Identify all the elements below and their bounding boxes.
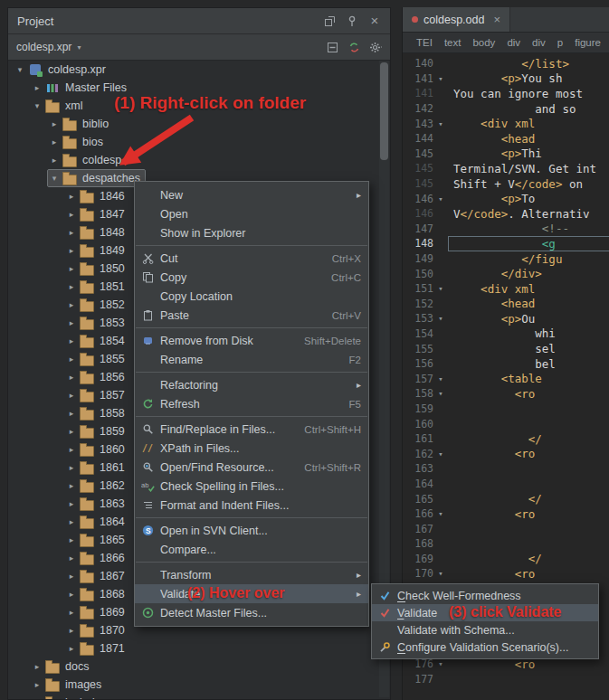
code-line[interactable]: 177	[403, 671, 609, 686]
tree-collapsed-arrow-icon[interactable]: ▸	[65, 300, 78, 309]
fold-toggle-icon[interactable]: ▾	[433, 509, 448, 518]
code-line[interactable]: 141You can ignore most	[403, 86, 609, 101]
code-line[interactable]: 148 <g	[403, 236, 609, 251]
tree-item-images[interactable]: ▸images	[8, 676, 390, 694]
menu-item-new[interactable]: New▸	[135, 185, 368, 204]
menu-item-remove-from-disk[interactable]: Remove from DiskShift+Delete	[135, 331, 368, 350]
code-line[interactable]: 153▾ <p>Ou	[403, 311, 609, 326]
fold-toggle-icon[interactable]: ▾	[433, 449, 448, 459]
tree-scrollbar-thumb[interactable]	[380, 62, 388, 160]
menu-item-copy[interactable]: CopyCtrl+C	[135, 268, 368, 287]
tree-collapsed-arrow-icon[interactable]: ▸	[65, 355, 78, 364]
code-line[interactable]: 157▾ <table	[403, 371, 609, 386]
menu-item-detect-master-files[interactable]: Detect Master Files...	[135, 603, 368, 622]
menu-item-refresh[interactable]: RefreshF5	[135, 394, 368, 413]
code-line[interactable]: 165 </	[403, 491, 609, 506]
code-line[interactable]: 164	[403, 477, 609, 492]
tree-collapsed-arrow-icon[interactable]: ▸	[65, 644, 78, 653]
code-line[interactable]: 170▾ <ro	[403, 566, 609, 582]
breadcrumb-item-div[interactable]: div	[507, 37, 520, 48]
tree-collapsed-arrow-icon[interactable]: ▸	[65, 481, 78, 490]
tree-collapsed-arrow-icon[interactable]: ▸	[65, 608, 78, 617]
breadcrumb-item-body[interactable]: body	[472, 37, 495, 48]
tree-collapsed-arrow-icon[interactable]: ▸	[31, 698, 43, 699]
code-line[interactable]: 159	[403, 402, 609, 417]
float-window-icon[interactable]	[323, 14, 336, 27]
menu-item-check-spelling-in-files[interactable]: abCheck Spelling in Files...	[135, 477, 368, 496]
tree-expanded-arrow-icon[interactable]: ▾	[31, 101, 43, 110]
code-line[interactable]: 166▾ <ro	[403, 506, 609, 522]
tree-collapsed-arrow-icon[interactable]: ▸	[65, 228, 78, 237]
tree-collapsed-arrow-icon[interactable]: ▸	[65, 445, 78, 454]
tree-collapsed-arrow-icon[interactable]: ▸	[65, 553, 78, 563]
code-line[interactable]: 146▾ <p>To	[403, 191, 609, 206]
tree-collapsed-arrow-icon[interactable]: ▸	[65, 535, 78, 544]
tree-collapsed-arrow-icon[interactable]: ▸	[65, 626, 78, 635]
code-line[interactable]: 151▾ <div xml	[403, 281, 609, 297]
code-line[interactable]: 143▾ <div xml	[403, 116, 609, 131]
code-line[interactable]: 156 bel	[403, 356, 609, 372]
menu-item-format-and-indent-files[interactable]: Format and Indent Files...	[135, 496, 368, 515]
menu-item-open-find-resource[interactable]: Open/Find Resource...Ctrl+Shift+R	[135, 458, 368, 477]
tree-collapsed-arrow-icon[interactable]: ▸	[65, 318, 78, 327]
fold-toggle-icon[interactable]: ▾	[433, 119, 448, 128]
tree-collapsed-arrow-icon[interactable]: ▸	[65, 517, 78, 526]
tree-collapsed-arrow-icon[interactable]: ▸	[48, 156, 61, 165]
tree-collapsed-arrow-icon[interactable]: ▸	[65, 463, 78, 472]
code-line[interactable]: 142 and so	[403, 101, 609, 117]
tree-collapsed-arrow-icon[interactable]: ▸	[65, 246, 78, 255]
tree-expanded-arrow-icon[interactable]: ▾	[48, 174, 61, 183]
menu-item-cut[interactable]: CutCtrl+X	[135, 249, 368, 268]
breadcrumb-item-div[interactable]: div	[532, 37, 546, 48]
code-line[interactable]: 158▾ <ro	[403, 386, 609, 402]
code-line[interactable]: 145 <p>Thi	[403, 147, 609, 162]
tree-collapsed-arrow-icon[interactable]: ▸	[65, 391, 78, 400]
tree-collapsed-arrow-icon[interactable]: ▸	[65, 336, 78, 345]
code-line[interactable]: 141▾ <p>You sh	[403, 71, 609, 87]
tab-close-icon[interactable]: ×	[493, 13, 500, 26]
tree-collapsed-arrow-icon[interactable]: ▸	[65, 373, 78, 382]
tree-item-includes[interactable]: ▸includes	[8, 694, 390, 699]
code-line[interactable]: 150 </div>	[403, 266, 609, 281]
code-line[interactable]: 147 <!--	[403, 222, 609, 237]
breadcrumb-item-p[interactable]: p	[557, 37, 563, 48]
code-line[interactable]: 160	[403, 416, 609, 431]
tree-collapsed-arrow-icon[interactable]: ▸	[65, 590, 78, 599]
fold-toggle-icon[interactable]: ▾	[433, 194, 448, 203]
code-line[interactable]: 154 whi	[403, 326, 609, 342]
menu-item-compare[interactable]: Compare...	[135, 540, 368, 559]
menu-item-copy-location[interactable]: Copy Location	[135, 287, 368, 306]
menu-item-rename[interactable]: RenameF2	[135, 350, 368, 369]
pin-icon[interactable]	[346, 14, 358, 27]
editor-tab-coldesp-odd[interactable]: coldesp.odd ×	[403, 7, 510, 32]
breadcrumb-item-figure[interactable]: figure	[575, 37, 601, 48]
fold-toggle-icon[interactable]: ▾	[433, 284, 448, 293]
tree-item-1871[interactable]: ▸1871	[8, 639, 390, 657]
code-line[interactable]: 167	[403, 521, 609, 536]
fold-toggle-icon[interactable]: ▾	[433, 389, 448, 398]
code-line[interactable]: 163	[403, 461, 609, 477]
menu-item-open-in-svn-client[interactable]: SOpen in SVN Client...	[135, 521, 368, 540]
tree-item-coldesp-xpr[interactable]: ▾coldesp.xpr	[8, 61, 390, 79]
code-line[interactable]: 162▾ <ro	[403, 446, 609, 461]
tree-expanded-arrow-icon[interactable]: ▾	[14, 65, 26, 74]
menu-item-find-replace-in-files[interactable]: Find/Replace in Files...Ctrl+Shift+H	[135, 420, 368, 439]
menu-item-open[interactable]: Open	[135, 204, 368, 223]
code-line[interactable]: 144 <head	[403, 131, 609, 147]
sync-arrows-icon[interactable]	[347, 41, 360, 53]
tree-item-docs[interactable]: ▸docs	[8, 657, 390, 676]
menu-item-show-in-explorer[interactable]: Show in Explorer	[135, 223, 368, 242]
menu-item-transform[interactable]: Transform▸	[135, 565, 368, 584]
submenu-item-configure-validation-scenario-s[interactable]: Configure Validation Scenario(s)...	[372, 639, 598, 656]
menu-item-paste[interactable]: PasteCtrl+V	[135, 306, 368, 325]
code-line[interactable]: 168	[403, 536, 609, 552]
tree-collapsed-arrow-icon[interactable]: ▸	[65, 264, 78, 273]
tree-collapsed-arrow-icon[interactable]: ▸	[31, 83, 43, 92]
menu-item-xpath-in-files[interactable]: //XPath in Files...	[135, 439, 368, 458]
tree-collapsed-arrow-icon[interactable]: ▸	[65, 282, 78, 291]
breadcrumb-item-tei[interactable]: TEI	[416, 37, 433, 48]
settings-gear-icon[interactable]	[369, 41, 382, 53]
project-file-selector[interactable]: coldesp.xpr ▾	[16, 41, 326, 53]
code-line[interactable]: 149 </figu	[403, 251, 609, 267]
tree-collapsed-arrow-icon[interactable]: ▸	[65, 409, 78, 418]
